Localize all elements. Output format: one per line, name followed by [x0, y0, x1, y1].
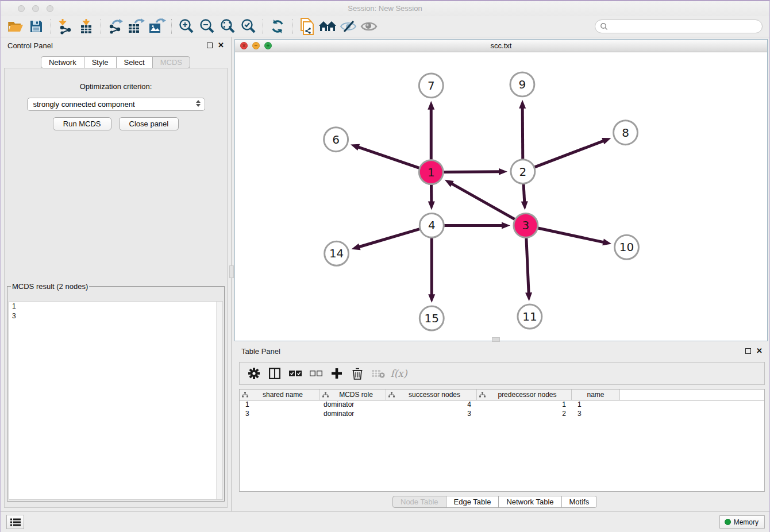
tab-edge-table[interactable]: Edge Table: [446, 496, 499, 508]
network-canvas[interactable]: 7968124314101511: [235, 52, 767, 341]
cell-mcds-role[interactable]: dominator: [320, 410, 386, 419]
toolbar-separator: [171, 19, 172, 34]
tab-mcds[interactable]: MCDS: [152, 56, 190, 68]
tab-network[interactable]: Network: [41, 56, 84, 68]
graph-edge[interactable]: [359, 229, 419, 247]
mcds-result-list[interactable]: 1 3: [9, 301, 223, 500]
zoom-in-icon[interactable]: [176, 18, 197, 36]
cell-name[interactable]: 1: [572, 400, 620, 410]
refresh-icon[interactable]: [267, 18, 288, 36]
graph-edge-arrowhead: [445, 180, 454, 187]
table-row[interactable]: 1 dominator 4 1 1: [240, 400, 764, 410]
cell-successor-nodes[interactable]: 3: [386, 410, 477, 419]
optimization-criterion-select[interactable]: strongly connected component: [27, 98, 205, 111]
tab-network-table[interactable]: Network Table: [498, 496, 561, 508]
search-input[interactable]: [610, 22, 757, 30]
open-file-icon[interactable]: [5, 18, 26, 36]
network-window-titlebar[interactable]: × − + scc.txt: [235, 40, 767, 52]
memory-status-icon: [725, 519, 731, 525]
add-column-icon[interactable]: [328, 365, 345, 382]
tab-select[interactable]: Select: [116, 56, 153, 68]
zoom-fit-icon[interactable]: [217, 18, 238, 36]
graph-node-label: 14: [329, 246, 344, 260]
hide-details-icon[interactable]: [338, 18, 359, 36]
table-panel-title: Table Panel: [241, 347, 280, 356]
toolbar-separator: [263, 19, 263, 34]
network-close-icon[interactable]: ×: [240, 42, 248, 49]
delete-column-icon[interactable]: [349, 365, 366, 382]
select-all-columns-icon[interactable]: [287, 365, 304, 382]
memory-button[interactable]: Memory: [719, 515, 765, 529]
tab-node-table[interactable]: Node Table: [392, 496, 446, 508]
graph-edge[interactable]: [523, 184, 525, 203]
vertical-splitter-grip[interactable]: [229, 265, 234, 278]
network-canvas-svg: 7968124314101511: [235, 52, 767, 341]
close-panel-icon[interactable]: ✕: [218, 43, 224, 48]
import-table-icon[interactable]: [76, 18, 97, 36]
tab-style[interactable]: Style: [84, 56, 117, 68]
column-header-name[interactable]: name: [572, 390, 620, 400]
zoom-out-icon[interactable]: [197, 18, 217, 36]
table-header-row: shared name MCDS role successor nodes pr…: [240, 390, 764, 400]
zoom-selected-icon[interactable]: [238, 18, 259, 36]
float-table-panel-icon[interactable]: [745, 348, 751, 354]
network-view-window: × − + scc.txt 7968124314101511: [234, 39, 768, 341]
cell-predecessor-nodes[interactable]: 1: [477, 400, 572, 410]
column-header-mcds-role[interactable]: MCDS role: [320, 390, 386, 400]
run-mcds-button[interactable]: Run MCDS: [53, 117, 111, 130]
float-panel-icon[interactable]: [207, 43, 213, 48]
function-builder-icon[interactable]: f(x): [390, 365, 407, 382]
home-network-icon[interactable]: [317, 18, 338, 36]
graph-edge[interactable]: [538, 228, 604, 242]
toolbar-separator: [101, 19, 101, 34]
graph-edge[interactable]: [526, 238, 529, 294]
graph-edge[interactable]: [444, 172, 500, 172]
task-history-button[interactable]: [6, 515, 24, 529]
window-close-button[interactable]: [18, 5, 25, 12]
mcds-result-title: MCDS result (2 nodes): [11, 282, 89, 291]
column-header-successor-nodes[interactable]: successor nodes: [386, 390, 477, 400]
close-panel-button[interactable]: Close panel: [119, 117, 179, 130]
cell-successor-nodes[interactable]: 4: [386, 400, 477, 410]
interaction-type-icon: [388, 392, 395, 398]
main-toolbar: [1, 16, 769, 37]
window-zoom-button[interactable]: [47, 5, 53, 12]
window-minimize-button[interactable]: [32, 5, 39, 12]
settings-gear-icon[interactable]: [245, 365, 263, 382]
table-selector-tabs: Node Table Edge Table Network Table Moti…: [393, 496, 597, 508]
cell-shared-name[interactable]: 1: [240, 400, 320, 410]
close-table-panel-icon[interactable]: ✕: [756, 348, 763, 354]
graph-edge[interactable]: [357, 147, 419, 168]
app-title: Session: New Session: [348, 4, 422, 13]
network-minimize-icon[interactable]: −: [252, 42, 260, 49]
column-header-shared-name[interactable]: shared name: [240, 390, 320, 400]
table-row[interactable]: 3 dominator 3 2 3: [240, 410, 764, 419]
interaction-type-icon: [479, 392, 486, 398]
graph-edge-arrowhead: [519, 100, 526, 109]
cell-name[interactable]: 3: [572, 410, 620, 419]
graph-edge[interactable]: [534, 141, 604, 167]
mcds-tab-content: Optimization criterion: strongly connect…: [4, 68, 228, 508]
tab-motifs[interactable]: Motifs: [561, 496, 598, 508]
column-header-predecessor-nodes[interactable]: predecessor nodes: [477, 390, 572, 400]
export-network-icon[interactable]: [105, 18, 126, 36]
column-view-icon[interactable]: [266, 365, 283, 382]
export-table-icon[interactable]: [126, 18, 147, 36]
show-details-icon[interactable]: [359, 18, 379, 36]
horizontal-splitter-grip[interactable]: [492, 337, 500, 342]
search-box[interactable]: [595, 20, 763, 33]
cell-mcds-role[interactable]: dominator: [320, 400, 386, 410]
network-maximize-icon[interactable]: +: [264, 42, 272, 49]
node-table[interactable]: shared name MCDS role successor nodes pr…: [239, 389, 765, 492]
cell-shared-name[interactable]: 3: [240, 410, 320, 419]
graph-edge[interactable]: [522, 107, 523, 159]
first-neighbors-icon[interactable]: [297, 18, 317, 36]
import-network-icon[interactable]: [55, 18, 76, 36]
graph-edge[interactable]: [451, 183, 515, 219]
save-session-icon[interactable]: [26, 18, 47, 36]
cell-predecessor-nodes[interactable]: 2: [477, 410, 572, 419]
delete-table-icon[interactable]: [369, 365, 387, 382]
deselect-all-columns-icon[interactable]: [307, 365, 325, 382]
result-scrollbar[interactable]: [216, 302, 222, 499]
export-image-icon[interactable]: [147, 18, 167, 36]
